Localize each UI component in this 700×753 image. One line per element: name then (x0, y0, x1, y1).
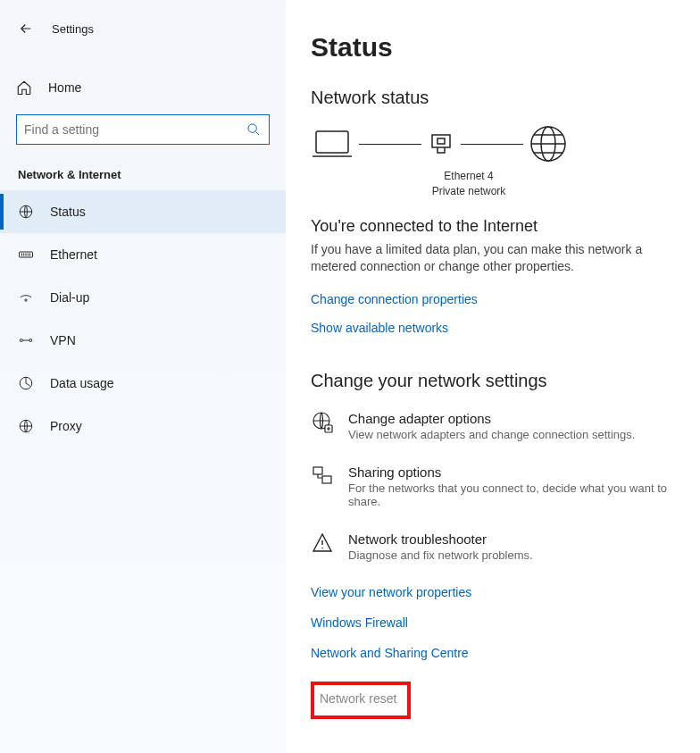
back-button[interactable] (16, 19, 36, 38)
svg-rect-16 (322, 476, 331, 483)
svg-point-3 (25, 299, 27, 301)
home-nav[interactable]: Home (0, 71, 286, 104)
setting-desc: View network adapters and change connect… (348, 428, 635, 441)
network-type: Private network (420, 184, 518, 199)
globe-large-icon (529, 124, 568, 163)
home-icon (16, 79, 32, 96)
adapter-icon (311, 411, 334, 441)
vpn-icon (18, 332, 34, 348)
sidebar-item-label: Data usage (50, 376, 114, 390)
sharing-icon (311, 464, 334, 508)
svg-rect-15 (313, 467, 322, 474)
setting-title: Network troubleshooter (348, 531, 533, 547)
data-usage-icon (18, 375, 34, 391)
svg-point-0 (248, 124, 256, 132)
setting-desc: For the networks that you connect to, de… (348, 481, 700, 508)
link-change-connection-properties[interactable]: Change connection properties (311, 292, 700, 306)
network-diagram (311, 124, 700, 163)
sidebar-item-label: Dial-up (50, 290, 89, 305)
link-network-sharing-centre[interactable]: Network and Sharing Centre (311, 646, 700, 660)
sidebar-item-label: VPN (50, 333, 76, 347)
setting-desc: Diagnose and fix network problems. (348, 548, 533, 562)
dialup-icon (18, 289, 34, 305)
setting-troubleshooter[interactable]: Network troubleshooter Diagnose and fix … (311, 531, 700, 562)
sidebar-item-vpn[interactable]: VPN (0, 319, 286, 362)
connected-desc: If you have a limited data plan, you can… (311, 241, 659, 276)
setting-adapter-options[interactable]: Change adapter options View network adap… (311, 411, 700, 441)
search-input[interactable] (16, 114, 270, 145)
link-network-reset[interactable]: Network reset (320, 691, 396, 706)
svg-point-5 (29, 339, 32, 342)
sidebar-item-ethernet[interactable]: Ethernet (0, 233, 286, 276)
svg-rect-8 (316, 131, 348, 153)
setting-title: Sharing options (348, 464, 700, 480)
link-show-available-networks[interactable]: Show available networks (311, 321, 700, 335)
ethernet-icon (18, 247, 34, 263)
change-settings-heading: Change your network settings (311, 371, 700, 391)
sidebar-item-dialup[interactable]: Dial-up (0, 276, 286, 319)
sidebar-item-status[interactable]: Status (0, 190, 286, 233)
sidebar-section-title: Network & Internet (18, 168, 286, 181)
window-title: Settings (52, 22, 94, 36)
home-label: Home (48, 80, 81, 95)
sidebar-item-label: Proxy (50, 419, 82, 433)
setting-title: Change adapter options (348, 411, 635, 426)
svg-rect-10 (438, 138, 445, 144)
globe-icon (18, 204, 34, 220)
svg-point-4 (20, 339, 22, 342)
sidebar-item-proxy[interactable]: Proxy (0, 405, 286, 448)
proxy-icon (18, 418, 34, 434)
search-icon (246, 122, 261, 137)
computer-icon (311, 126, 354, 162)
troubleshoot-icon (311, 531, 334, 562)
page-title: Status (311, 32, 700, 63)
sidebar-item-label: Status (50, 205, 86, 219)
setting-sharing-options[interactable]: Sharing options For the networks that yo… (311, 464, 700, 508)
link-view-network-properties[interactable]: View your network properties (311, 585, 700, 599)
highlight-network-reset: Network reset (311, 682, 411, 719)
connection-name: Ethernet 4 (420, 169, 518, 184)
svg-rect-9 (432, 135, 450, 147)
sidebar-item-datausage[interactable]: Data usage (0, 362, 286, 405)
connected-title: You're connected to the Internet (311, 217, 700, 236)
sidebar-item-label: Ethernet (50, 247, 97, 262)
network-status-heading: Network status (311, 88, 700, 108)
router-icon (427, 130, 455, 158)
link-windows-firewall[interactable]: Windows Firewall (311, 615, 700, 630)
